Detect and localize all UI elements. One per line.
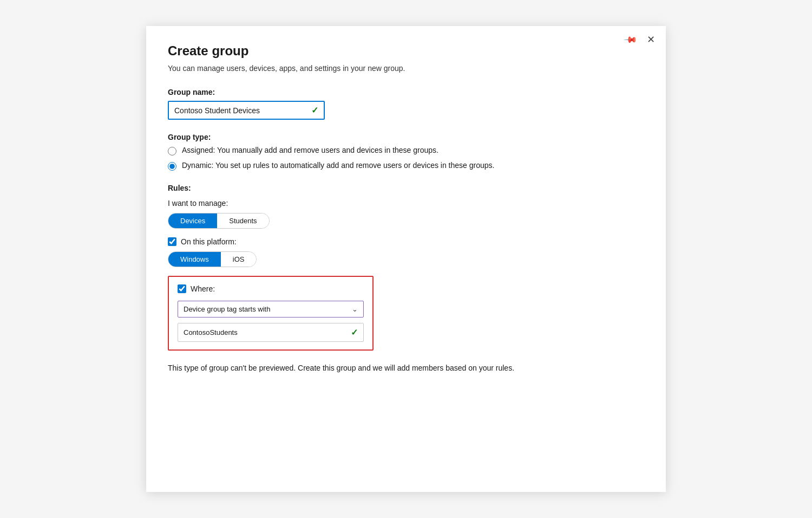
toggle-devices-button[interactable]: Devices <box>168 213 217 228</box>
group-type-label: Group type: <box>168 133 644 141</box>
platform-checkbox-row: On this platform: <box>168 237 644 246</box>
where-row: Where: <box>178 284 364 293</box>
manage-label: I want to manage: <box>168 199 644 208</box>
group-type-radio-group: Assigned: You manually add and remove us… <box>168 146 644 171</box>
radio-dynamic[interactable] <box>168 162 176 171</box>
rules-label: Rules: <box>168 184 644 192</box>
bottom-note: This type of group can't be previewed. C… <box>168 364 547 372</box>
pin-button[interactable]: 📌 <box>623 34 638 46</box>
where-highlighted-box: Where: Device group tag starts with ⌄ Co… <box>168 276 374 351</box>
where-dropdown-label: Device group tag starts with <box>184 305 270 313</box>
create-group-dialog: 📌 ✕ Create group You can manage users, d… <box>146 26 666 492</box>
toggle-students-button[interactable]: Students <box>217 213 269 228</box>
manage-toggle-group: Devices Students <box>168 213 270 229</box>
group-name-check: ✓ <box>311 105 318 115</box>
platform-checkbox[interactable] <box>168 237 176 246</box>
radio-assigned[interactable] <box>168 147 176 156</box>
rules-section: Rules: I want to manage: Devices Student… <box>168 184 644 351</box>
group-name-label: Group name: <box>168 88 644 96</box>
where-value-input-wrapper[interactable]: ContosoStudents ✓ <box>178 323 364 342</box>
dialog-header-icons: 📌 ✕ <box>623 34 657 46</box>
close-icon: ✕ <box>647 34 655 45</box>
toggle-ios-button[interactable]: iOS <box>221 252 257 267</box>
pin-icon: 📌 <box>624 33 637 47</box>
where-value-text: ContosoStudents <box>184 328 238 336</box>
radio-item-dynamic: Dynamic: You set up rules to automatical… <box>168 161 644 171</box>
where-label[interactable]: Where: <box>191 284 215 293</box>
toggle-windows-button[interactable]: Windows <box>168 252 221 267</box>
chevron-down-icon: ⌄ <box>352 305 358 313</box>
platform-toggle-group: Windows iOS <box>168 251 257 267</box>
radio-dynamic-label[interactable]: Dynamic: You set up rules to automatical… <box>182 161 494 170</box>
platform-checkbox-label[interactable]: On this platform: <box>181 237 237 246</box>
radio-item-assigned: Assigned: You manually add and remove us… <box>168 146 644 156</box>
page-title: Create group <box>168 43 644 59</box>
where-checkbox[interactable] <box>178 284 186 293</box>
dialog-subtitle: You can manage users, devices, apps, and… <box>168 64 644 73</box>
radio-assigned-label[interactable]: Assigned: You manually add and remove us… <box>182 146 438 154</box>
where-value-check: ✓ <box>351 327 358 338</box>
group-type-section: Group type: Assigned: You manually add a… <box>168 133 644 171</box>
close-button[interactable]: ✕ <box>645 34 657 46</box>
group-name-input[interactable] <box>174 106 307 115</box>
group-name-section: Group name: ✓ <box>168 88 644 120</box>
group-name-input-wrapper[interactable]: ✓ <box>168 101 325 120</box>
where-dropdown[interactable]: Device group tag starts with ⌄ <box>178 301 364 318</box>
